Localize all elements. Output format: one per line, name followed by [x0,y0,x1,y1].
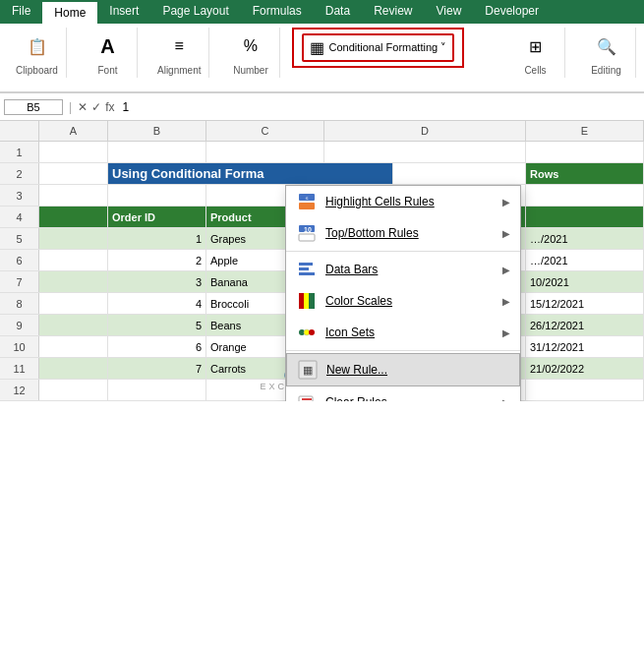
name-box[interactable] [4,99,63,115]
cell-e4[interactable] [526,207,644,227]
iconsets-label: Icon Sets [325,326,495,339]
tab-data[interactable]: Data [314,0,362,24]
row-num-6: 6 [0,250,39,270]
ribbon-content: 📋 Clipboard A Font ≡ Alignment [0,24,644,92]
col-header-c[interactable]: C [206,121,324,141]
dropdown-item-databars[interactable]: Data Bars ▶ [286,254,520,285]
alignment-icon: ≡ [165,32,193,60]
row-num-10: 10 [0,336,39,357]
col-header-b[interactable]: B [108,121,206,141]
table-row: 1 [0,142,644,163]
cell-b8[interactable]: 4 [108,293,206,314]
cell-e5[interactable]: …/2021 [526,228,644,249]
svg-point-14 [309,329,315,335]
cell-a10[interactable] [39,336,108,357]
cell-a5[interactable] [39,228,108,249]
cell-a3[interactable] [39,185,108,206]
cell-e6[interactable]: …/2021 [526,250,644,270]
cell-b3[interactable] [108,185,206,206]
cell-d1[interactable] [324,142,526,162]
tab-file[interactable]: File [0,0,42,24]
tab-insert[interactable]: Insert [97,0,150,24]
cell-e12[interactable] [526,380,644,400]
font-btn[interactable]: A [89,30,127,63]
cell-a8[interactable] [39,293,108,314]
cell-e2[interactable]: Rows [526,163,644,184]
cell-b9[interactable]: 5 [108,315,206,335]
cell-a6[interactable] [39,250,108,270]
cell-b1[interactable] [108,142,206,162]
iconsets-arrow: ▶ [502,327,510,338]
cell-a4[interactable] [39,207,108,227]
cell-b7[interactable]: 3 [108,271,206,292]
ribbon-group-clipboard: 📋 Clipboard [8,28,67,78]
cell-e3[interactable] [526,185,644,206]
number-btn[interactable]: % [232,30,269,63]
cell-a7[interactable] [39,271,108,292]
cell-a9[interactable] [39,315,108,335]
formula-input[interactable] [118,99,640,115]
conditional-formatting-button[interactable]: ▦ Conditional Formatting ˅ [302,33,454,62]
cell-b12[interactable] [108,380,206,400]
col-header-d[interactable]: D [324,121,526,141]
col-header-e[interactable]: E [526,121,644,141]
cell-title[interactable]: Using Conditional Forma [108,163,393,184]
svg-text:▦: ▦ [303,364,313,376]
cell-b6[interactable]: 2 [108,250,206,270]
svg-rect-1 [299,203,315,209]
row-num-5: 5 [0,228,39,249]
editing-btn[interactable]: 🔍 [588,30,625,63]
iconsets-icon [296,322,318,343]
cell-b10[interactable]: 6 [108,336,206,357]
formula-bar: | ✕ ✓ fx [0,93,644,121]
cell-b5[interactable]: 1 [108,228,206,249]
tab-home[interactable]: Home [42,0,97,24]
tab-review[interactable]: Review [362,0,424,24]
cell-c1[interactable] [206,142,324,162]
highlight-arrow: ▶ [502,197,510,207]
tab-view[interactable]: View [425,0,474,24]
clipboard-btn[interactable]: 📋 [19,30,56,63]
colorscales-arrow: ▶ [502,296,510,307]
cell-e9[interactable]: 26/12/2021 [526,315,644,335]
col-headers: A B C D E [0,121,644,142]
dropdown-item-colorscales[interactable]: Color Scales ▶ [286,285,520,317]
dropdown-item-clearrules[interactable]: Clear Rules ▶ [286,386,520,401]
topbottom-label: Top/Bottom Rules [325,226,495,240]
cell-e11[interactable]: 21/02/2022 [526,358,644,379]
cell-a12[interactable] [39,380,108,400]
formula-confirm-icon[interactable]: ✓ [91,100,101,114]
formula-insert-icon[interactable]: fx [105,100,114,114]
cells-btn[interactable]: ⊞ [517,30,555,63]
row-num-2: 2 [0,163,39,184]
cell-a1[interactable] [39,142,108,162]
cell-a2[interactable] [39,163,108,184]
tab-developer[interactable]: Developer [473,0,551,24]
tab-page-layout[interactable]: Page Layout [150,0,240,24]
ribbon-group-number: % Number [221,28,280,78]
alignment-btn[interactable]: ≡ [160,30,198,63]
row-num-8: 8 [0,293,39,314]
cell-e7[interactable]: 10/2021 [526,271,644,292]
ribbon-group-cf: ▦ Conditional Formatting ˅ [292,28,464,68]
col-header-a[interactable]: A [39,121,108,141]
dropdown-item-highlight[interactable]: ≤ Highlight Cells Rules ▶ [286,186,520,217]
cell-b11[interactable]: 7 [108,358,206,379]
editing-icon: 🔍 [593,32,620,60]
cell-d2[interactable] [393,163,526,184]
cell-a11[interactable] [39,358,108,379]
cell-e8[interactable]: 15/12/2021 [526,293,644,314]
dropdown-item-iconsets[interactable]: Icon Sets ▶ [286,317,520,348]
formula-cancel-icon[interactable]: ✕ [78,100,88,114]
cell-e1[interactable] [526,142,644,162]
cell-e10[interactable]: 31/12/2021 [526,336,644,357]
dropdown-item-topbottom[interactable]: 10 Top/Bottom Rules ▶ [286,217,520,249]
cell-b4[interactable]: Order ID [108,207,206,227]
clearrules-arrow: ▶ [502,397,510,402]
newrule-label: New Rule... [326,363,509,377]
dropdown-item-newrule[interactable]: ▦ New Rule... [286,353,520,386]
tab-formulas[interactable]: Formulas [241,0,314,24]
cf-icon: ▦ [310,38,324,57]
clearrules-icon [296,391,318,401]
dropdown-menu: ≤ Highlight Cells Rules ▶ 10 Top/Bottom … [285,185,521,401]
